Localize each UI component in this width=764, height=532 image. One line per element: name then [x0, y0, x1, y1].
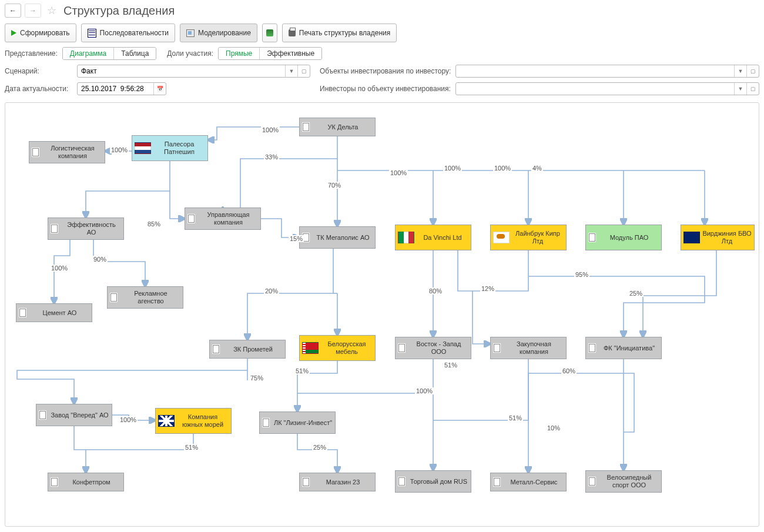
node-bel_meb[interactable]: Белорусская мебель [299, 335, 376, 361]
reference-button[interactable] [262, 24, 277, 42]
investors-by-obj-label: Инвесторы по объекту инвестирования: [320, 85, 451, 93]
node-tk_mega[interactable]: ТК Мегаполис АО [299, 226, 376, 249]
node-label: Белорусская мебель [321, 340, 373, 355]
nav-back-button[interactable]: ← [5, 4, 21, 18]
node-manage[interactable]: Управляющая компания [185, 208, 261, 230]
edge-label: 20% [264, 287, 279, 295]
node-lainbruk[interactable]: Лайнбрук Кипр Лтд [490, 225, 567, 250]
node-label: УК Дельта [313, 123, 373, 131]
shares-label: Доли участия: [167, 49, 213, 58]
view-segment: Диаграмма Таблица [62, 47, 156, 60]
scenario-field[interactable] [78, 67, 285, 75]
node-fk_init[interactable]: ФК "Инициатива" [585, 337, 662, 359]
node-zavod[interactable]: Завод "Вперед" АО [36, 404, 112, 426]
document-icon [51, 477, 58, 487]
node-eff_ao[interactable]: Эффективность АО [48, 218, 124, 240]
document-icon [51, 224, 58, 233]
document-icon [493, 343, 501, 353]
edge-label: 100% [119, 416, 138, 423]
form-button-label: Сформировать [20, 29, 70, 37]
node-uk_delta[interactable]: УК Дельта [299, 118, 376, 136]
node-palesora[interactable]: Палесора Патнешип [132, 135, 208, 161]
shares-effective-tab[interactable]: Эффективные [259, 48, 321, 59]
scenario-dropdown-icon[interactable]: ▼ [285, 65, 297, 77]
sequences-button[interactable]: Последовательности [81, 24, 175, 42]
edge-label: 25% [628, 290, 644, 297]
print-button-label: Печать структуры владения [299, 29, 390, 37]
node-label: ЛК "Лизинг-Инвест" [273, 419, 333, 427]
node-label: Торговый дом RUS [409, 478, 468, 486]
document-icon [110, 293, 118, 302]
node-module[interactable]: Модуль ПАО [585, 225, 662, 250]
edge-label: 51% [443, 362, 458, 369]
view-diagram-tab[interactable]: Диаграмма [63, 48, 113, 59]
node-south_seas[interactable]: Компания южных морей [155, 408, 232, 434]
print-button[interactable]: Печать структуры владения [282, 24, 397, 42]
node-label: Логистическая компания [43, 145, 102, 159]
form-button[interactable]: Сформировать [5, 24, 76, 42]
view-table-tab[interactable]: Таблица [113, 48, 156, 59]
obj-by-investor-field[interactable] [456, 67, 734, 75]
node-logistics[interactable]: Логистическая компания [29, 141, 105, 163]
node-label: Компания южных морей [177, 413, 229, 428]
scenario-input[interactable]: ▼ ▢ [77, 65, 310, 78]
favorite-star-icon[interactable]: ☆ [47, 4, 56, 17]
calendar-icon[interactable]: 📅 [153, 83, 166, 95]
nav-forward-button[interactable]: → [25, 4, 41, 18]
edge-label: 90% [92, 256, 108, 263]
flag-nl-icon [135, 142, 151, 154]
investors-dropdown-icon[interactable]: ▼ [734, 83, 746, 95]
node-virgin[interactable]: Вирджиния БВО Лтд [681, 225, 755, 250]
document-icon [302, 477, 310, 487]
obj-open-icon[interactable]: ▢ [746, 65, 759, 77]
node-adagency[interactable]: Рекламное агенство [107, 286, 183, 309]
node-mag23[interactable]: Магазин 23 [299, 473, 376, 491]
document-icon [493, 477, 501, 487]
node-label: Восток - Запад ООО [409, 340, 468, 355]
view-label: Представление: [5, 49, 58, 58]
flag-uk-icon [158, 415, 175, 427]
obj-dropdown-icon[interactable]: ▼ [734, 65, 746, 77]
node-metall[interactable]: Металл-Сервис [490, 473, 567, 491]
edge-label: 75% [249, 374, 264, 382]
relevance-input[interactable]: 📅 [77, 82, 166, 95]
node-velo[interactable]: Велосипедный спорт ООО [585, 470, 662, 493]
node-label: Закупочная компания [504, 340, 564, 355]
edge-label: 25% [312, 444, 327, 451]
shares-direct-tab[interactable]: Прямые [219, 48, 259, 59]
document-icon [39, 410, 46, 420]
investors-open-icon[interactable]: ▢ [746, 83, 759, 95]
node-label: ТК Мегаполис АО [313, 234, 373, 242]
obj-by-investor-input[interactable]: ▼ ▢ [455, 65, 759, 78]
relevance-field[interactable] [78, 85, 153, 93]
edge-label: 100% [110, 146, 129, 153]
node-davinci[interactable]: Da Vinchi Ltd [395, 225, 471, 250]
scenario-label: Сценарий: [5, 67, 72, 75]
edge-label: 95% [574, 271, 589, 278]
diagram-canvas[interactable]: УК ДельтаПалесора ПатнешипЛогистическая … [5, 102, 759, 527]
investors-by-obj-field[interactable] [456, 85, 734, 93]
edge-label: 100% [389, 169, 408, 176]
edge-label: 12% [480, 285, 495, 292]
document-icon [588, 477, 596, 486]
node-label: Управляющая компания [199, 211, 258, 226]
node-zakup[interactable]: Закупочная компания [490, 337, 567, 359]
node-label: ЗК Прометей [223, 346, 283, 353]
node-zk_prom[interactable]: ЗК Прометей [209, 340, 286, 359]
book-icon [266, 29, 273, 36]
node-lk_lizing[interactable]: ЛК "Лизинг-Инвест" [259, 411, 336, 434]
document-icon [32, 148, 39, 157]
investors-by-obj-input[interactable]: ▼ ▢ [455, 82, 759, 95]
obj-by-investor-label: Объекты инвестирования по инвестору: [320, 67, 451, 75]
node-vostok[interactable]: Восток - Запад ООО [395, 337, 471, 359]
node-label: ФК "Инициатива" [599, 344, 659, 352]
edge-label: 51% [294, 367, 310, 374]
node-cement[interactable]: Цемент АО [16, 303, 92, 322]
node-konfet[interactable]: Конфетпром [48, 473, 124, 491]
modeling-button[interactable]: Моделирование [180, 24, 257, 42]
node-label: Цемент АО [30, 309, 89, 317]
scenario-open-icon[interactable]: ▢ [297, 65, 310, 77]
print-icon [289, 29, 296, 36]
document-icon [588, 233, 596, 242]
node-td_rus[interactable]: Торговый дом RUS [395, 470, 471, 493]
